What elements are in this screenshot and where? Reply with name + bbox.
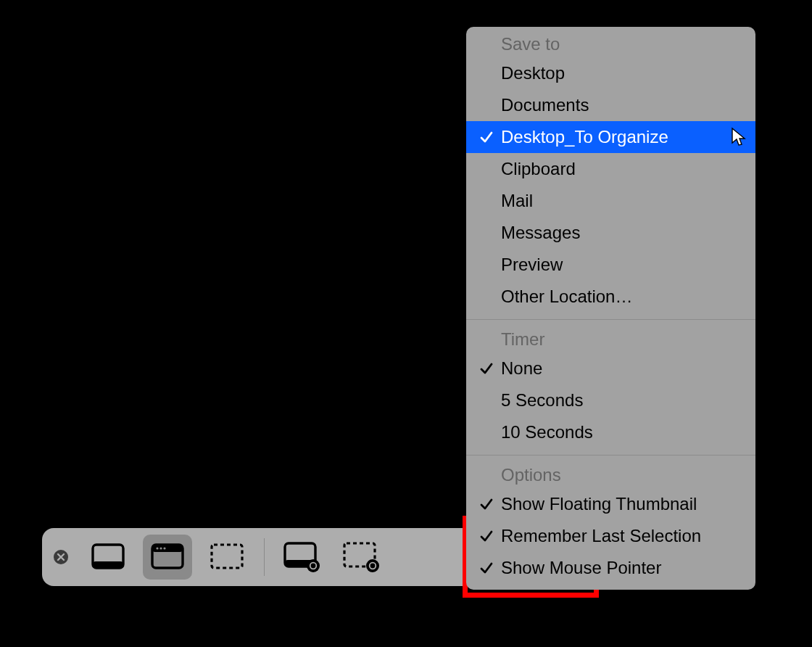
menu-separator xyxy=(466,455,755,456)
menu-item-timer-10s[interactable]: 10 Seconds xyxy=(466,416,755,448)
menu-item-label: Remember Last Selection xyxy=(501,523,701,549)
selection-icon xyxy=(210,543,244,572)
menu-section-header-options: Options xyxy=(466,462,755,488)
menu-item-label: Messages xyxy=(501,220,580,246)
menu-item-label: Clipboard xyxy=(501,156,576,182)
menu-item-label: Preview xyxy=(501,252,563,278)
record-screen-icon xyxy=(283,541,320,573)
menu-item-label: 5 Seconds xyxy=(501,387,583,413)
menu-item-other-location[interactable]: Other Location… xyxy=(466,281,755,313)
menu-item-label: Desktop_To Organize xyxy=(501,124,668,150)
svg-rect-8 xyxy=(212,545,242,568)
menu-item-messages[interactable]: Messages xyxy=(466,217,755,249)
menu-item-label: Documents xyxy=(501,92,589,118)
cursor-icon xyxy=(731,127,747,147)
menu-separator xyxy=(466,319,755,320)
menu-item-label: 10 Seconds xyxy=(501,419,593,445)
menu-item-show-floating-thumbnail[interactable]: Show Floating Thumbnail xyxy=(466,488,755,520)
menu-item-preview[interactable]: Preview xyxy=(466,249,755,281)
menu-item-documents[interactable]: Documents xyxy=(466,89,755,121)
record-entire-screen-button[interactable] xyxy=(277,535,326,580)
menu-item-timer-none[interactable]: None xyxy=(466,353,755,384)
menu-item-clipboard[interactable]: Clipboard xyxy=(466,153,755,185)
svg-point-5 xyxy=(156,547,158,549)
check-icon xyxy=(479,497,494,511)
window-icon xyxy=(150,543,185,572)
capture-entire-screen-button[interactable] xyxy=(83,535,133,580)
menu-section-header-timer: Timer xyxy=(466,326,755,353)
check-icon xyxy=(479,529,494,543)
menu-item-desktop-to-organize[interactable]: Desktop_To Organize xyxy=(466,121,755,153)
menu-item-mail[interactable]: Mail xyxy=(466,185,755,217)
menu-item-show-mouse-pointer[interactable]: Show Mouse Pointer xyxy=(466,552,755,584)
record-selected-portion-button[interactable] xyxy=(336,535,386,580)
record-selection-icon xyxy=(342,541,380,573)
check-icon xyxy=(479,130,494,144)
svg-point-17 xyxy=(370,564,376,569)
menu-item-label: Other Location… xyxy=(501,284,632,310)
menu-item-label: Desktop xyxy=(501,60,565,86)
menu-item-timer-5s[interactable]: 5 Seconds xyxy=(466,384,755,416)
toolbar-divider xyxy=(264,538,265,576)
options-menu: Save to Desktop Documents Desktop_To Org… xyxy=(466,27,755,590)
close-icon xyxy=(53,549,69,565)
close-button[interactable] xyxy=(52,548,70,566)
menu-item-label: Mail xyxy=(501,188,533,214)
svg-point-6 xyxy=(160,547,162,549)
menu-item-label: None xyxy=(501,355,542,382)
menu-item-label: Show Floating Thumbnail xyxy=(501,491,697,517)
screen-icon xyxy=(91,543,125,572)
svg-point-13 xyxy=(311,564,316,569)
menu-item-desktop[interactable]: Desktop xyxy=(466,57,755,89)
menu-section-header-save-to: Save to xyxy=(466,31,755,57)
svg-point-7 xyxy=(163,547,165,549)
capture-selected-portion-button[interactable] xyxy=(202,535,252,580)
menu-item-label: Show Mouse Pointer xyxy=(501,555,661,581)
check-icon xyxy=(479,561,494,575)
svg-rect-2 xyxy=(93,561,123,568)
check-icon xyxy=(479,361,494,376)
menu-item-remember-last-selection[interactable]: Remember Last Selection xyxy=(466,520,755,552)
capture-selected-window-button[interactable] xyxy=(143,535,192,580)
